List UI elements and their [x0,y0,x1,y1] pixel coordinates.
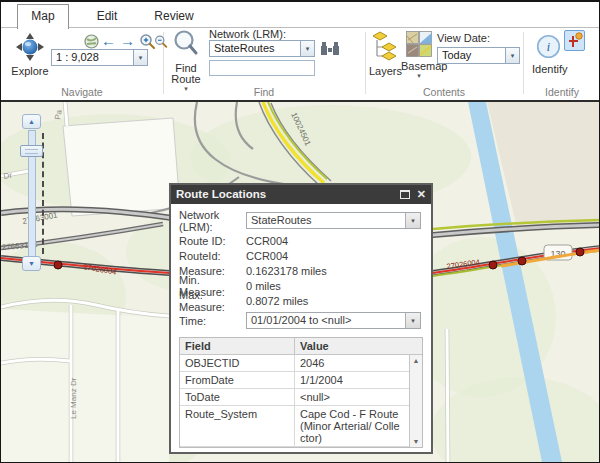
group-divider [523,32,524,94]
basemap-button[interactable]: Basemap ▾ [401,31,437,79]
attribute-table-body: OBJECTID 2046 FromDate 1/1/2004 ToDate <… [180,355,422,447]
layers-toc-icon [372,31,398,62]
basemap-label: Basemap [401,61,437,72]
network-lrm-label: Network (LRM): [209,28,286,40]
previous-extent-icon[interactable]: ← [101,33,116,49]
find-route-button[interactable]: Find Route ▾ [165,29,207,92]
group-label-contents: Contents [365,86,523,98]
route-locations-dialog: Route Locations ✕ Network (LRM): StateRo… [169,183,433,454]
time-field-label: Time: [179,315,246,327]
identify-i-glyph: i [546,39,550,54]
group-label-identify: Identify [523,86,600,98]
event-editor-window: Map Edit Review Explore [0,0,600,463]
field-cell: Route_System [180,406,295,446]
route-value-input[interactable] [209,60,315,76]
dialog-title-bar[interactable]: Route Locations ✕ [171,185,431,204]
map-scale-value: 1 : 9,028 [52,50,133,65]
table-row: Route_System Cape Cod - F Route (Minor A… [180,406,409,447]
close-icon[interactable]: ✕ [417,189,426,200]
group-label-navigate: Navigate [1,86,163,98]
value-cell: <null> [295,389,409,405]
parcel-block [63,118,180,216]
value-cell: 1/1/2004 [295,372,409,388]
explore-pan-icon [15,32,45,62]
scroll-up-icon[interactable]: ▲ [413,357,420,364]
network-combobox[interactable]: StateRoutes ▾ [246,212,421,229]
map-area: 130 27663001 27663101 27026004 27026004 … [1,102,599,462]
field-cell: OBJECTID [180,355,295,371]
field-cell: ToDate [180,389,295,405]
route-id-value: CCR004 [246,235,421,247]
zoom-slider-down-button[interactable]: ▼ [22,256,41,271]
network-field-label: Network (LRM): [179,209,246,233]
time-combobox-value: 01/01/2004 to <null> [247,313,405,328]
layers-label: Layers [369,66,401,77]
next-extent-icon[interactable]: → [120,33,135,49]
value-cell: 2046 [295,355,409,371]
group-divider [365,32,366,94]
identify-route-locations-tool[interactable] [564,30,585,51]
identify-label: Identify [532,64,564,75]
table-scrollbar[interactable]: ▲ ▼ [409,355,422,447]
view-date-label: View Date: [437,32,490,44]
tab-review[interactable]: Review [143,5,205,27]
ribbon-tab-bar: Map Edit Review [1,2,599,28]
zoom-slider-up-button[interactable]: ▲ [22,114,41,129]
tab-map[interactable]: Map [17,4,69,29]
chevron-down-icon[interactable]: ▾ [300,41,314,56]
routeid-label: RouteId: [179,250,246,262]
full-extent-globe-icon[interactable] [83,33,100,50]
table-row: FromDate 1/1/2004 [180,372,409,389]
zoom-slider-handle[interactable] [20,145,43,157]
table-row: ToDate <null> [180,389,409,406]
network-lrm-combobox[interactable]: StateRoutes ▾ [209,40,315,57]
group-label-find: Find [163,86,365,98]
explore-button[interactable]: Explore [7,32,53,77]
dialog-body: Network (LRM): StateRoutes ▾ Route ID:CC… [171,204,431,454]
routeid-value: CCR004 [246,250,421,262]
residential-blocks [1,309,169,462]
maximize-icon[interactable] [400,190,410,199]
tab-edit[interactable]: Edit [81,5,133,27]
ribbon: Explore ← → 1 : 9,028 ▾ Navigate [1,28,599,100]
attribute-table-header: Field Value [180,338,422,355]
network-combobox-value: StateRoutes [247,213,405,228]
route-id-label: Route ID: [179,235,246,247]
field-column-header: Field [180,338,295,354]
chevron-down-icon[interactable]: ▾ [405,313,420,328]
max-measure-value: 0.8072 miles [246,295,421,307]
min-measure-value: 0 miles [246,280,421,292]
attribute-table: Field Value OBJECTID 2046 FromDate 1/1/2… [179,337,423,448]
chevron-down-icon: ▾ [401,72,437,79]
max-measure-label: Max. Measure: [179,289,246,313]
map-scale-combobox[interactable]: 1 : 9,028 ▾ [51,49,148,66]
binoculars-search-icon[interactable] [320,41,340,56]
route-location-marker-icon [565,31,584,50]
view-date-value: Today [438,48,505,63]
basemap-gallery-icon [406,31,432,57]
layers-button[interactable]: Layers [369,31,401,77]
identify-info-icon: i [535,33,562,60]
find-route-label-line2: Route [165,74,207,85]
chevron-down-icon[interactable]: ▾ [405,213,420,228]
view-date-combobox[interactable]: Today ▾ [437,47,520,64]
explore-label: Explore [7,66,53,77]
street-name-label: Le Manz Dr [69,377,78,419]
find-route-magnifier-icon [172,29,200,59]
scroll-down-icon[interactable]: ▼ [413,438,420,445]
field-cell: FromDate [180,372,295,388]
value-column-header: Value [295,338,422,354]
network-lrm-value: StateRoutes [210,41,300,56]
identify-button[interactable]: i Identify [532,33,564,75]
table-row: OBJECTID 2046 [180,355,409,372]
value-cell: Cape Cod - F Route (Minor Arterial/ Coll… [295,406,409,446]
dialog-title: Route Locations [176,185,400,204]
time-combobox[interactable]: 01/01/2004 to <null> ▾ [246,312,421,329]
measure-value: 0.1623178 miles [246,265,421,277]
chevron-down-icon[interactable]: ▾ [133,50,147,65]
chevron-down-icon[interactable]: ▾ [505,48,519,63]
